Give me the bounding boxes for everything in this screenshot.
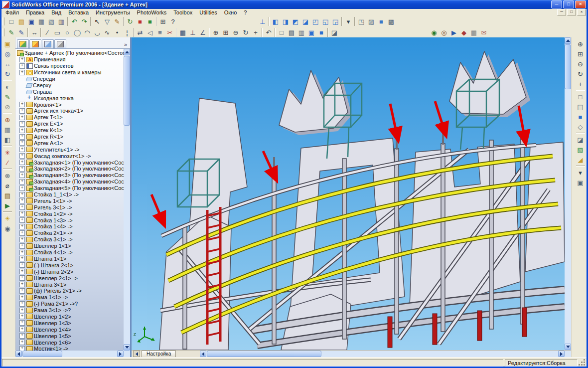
section-view-icon[interactable]: ◪ (329, 27, 339, 37)
tree-item[interactable]: +Артек исх точка<1> (15, 108, 124, 114)
menu-?[interactable]: ? (240, 9, 250, 15)
exploded-view-icon[interactable]: ✳ (2, 148, 13, 158)
menu-Utilities[interactable]: Utilities (196, 9, 220, 15)
expand-toggle[interactable]: + (19, 250, 25, 255)
zoom-to-area-icon[interactable]: ⊞ (575, 49, 586, 59)
tree-item[interactable]: +Стойка 3<1> -> (15, 236, 124, 243)
pan-view-icon[interactable]: + (575, 79, 586, 89)
zoom-fit-icon[interactable]: ⊕ (211, 27, 221, 37)
cosmos-icon[interactable]: ◆ (459, 27, 469, 37)
solidworks-logo-icon[interactable] (2, 1, 9, 8)
tree-item[interactable]: +Швеллер 1<3> (15, 320, 124, 326)
zoom-area-icon[interactable]: ⊞ (221, 27, 231, 37)
tree-item[interactable]: +Стойка 1<4> -> (15, 223, 124, 230)
tab-scroll-left-button[interactable] (133, 351, 140, 357)
motion-study-icon[interactable]: ▶ (449, 27, 459, 37)
shadows-icon[interactable]: ▩ (386, 16, 396, 26)
menu-Toolbox[interactable]: Toolbox (170, 9, 196, 15)
tree-item[interactable]: +Стойка 1<2> -> (15, 210, 124, 217)
expand-toggle[interactable]: + (19, 153, 25, 159)
move-component-icon[interactable]: ↔ (2, 59, 13, 69)
expand-toggle[interactable]: + (19, 346, 25, 351)
rebuild-icon[interactable]: ↻ (125, 16, 135, 26)
expand-toggle[interactable]: + (19, 108, 25, 114)
convert-entities-icon[interactable]: ⇄ (135, 27, 145, 37)
tree-item[interactable]: +Закладная<3> (По умолчанию<Состояние от… (15, 172, 124, 179)
expand-toggle[interactable]: + (19, 308, 25, 313)
viewport-vscroll-thumb[interactable] (565, 44, 571, 89)
document-restore-button[interactable]: □ (567, 9, 576, 15)
panel-overflow-button[interactable]: » (123, 41, 129, 48)
tree-item[interactable]: +Закладная<1> (По умолчанию<Состояние от… (15, 159, 124, 166)
offset-entities-icon[interactable]: ≡ (155, 27, 165, 37)
tree-hscroll-thumb[interactable] (22, 351, 62, 357)
expand-toggle[interactable]: + (19, 340, 25, 345)
shaded-display-icon[interactable]: ■ (316, 27, 326, 37)
expand-toggle[interactable]: + (19, 57, 25, 62)
spline-icon[interactable]: ∿ (102, 27, 112, 37)
expand-toggle[interactable]: + (19, 166, 25, 172)
tree-item[interactable]: +Закладная<4> (По умолчанию<Состояние от… (15, 179, 124, 185)
tree-item[interactable]: Исходная точка (15, 95, 124, 101)
viewport-hscroll-thumb[interactable] (207, 351, 321, 357)
insert-component-icon[interactable]: ▣ (2, 39, 13, 49)
edit-color-icon[interactable]: ■ (135, 16, 145, 26)
bottom-view-icon[interactable]: ◱ (320, 16, 330, 26)
viewport-hscroll-track[interactable] (206, 351, 558, 357)
expand-toggle[interactable]: + (19, 102, 25, 107)
tree-item[interactable]: +Источники света и камеры (15, 69, 124, 76)
tree-item[interactable]: +Стойка 1<3> -> (15, 217, 124, 223)
isometric-view-icon[interactable]: ◲ (330, 16, 340, 26)
mate-icon[interactable]: ◎ (2, 49, 13, 59)
expand-toggle[interactable]: + (19, 230, 25, 236)
hide-show-component-icon[interactable]: ◐ (2, 82, 13, 92)
tree-scroll-thumb[interactable] (124, 56, 130, 126)
expand-toggle[interactable]: + (19, 198, 25, 203)
tree-item[interactable]: +Артек Т<1> (15, 114, 124, 121)
expand-toggle[interactable]: + (19, 314, 25, 319)
expand-toggle[interactable]: + (19, 134, 25, 140)
normal-to-icon[interactable]: ⊥ (258, 16, 268, 26)
tree-item[interactable]: +Артек Е<1> (15, 121, 124, 127)
mirror-entities-icon[interactable]: ◁ (145, 27, 155, 37)
tangent-arc-icon[interactable]: ◡ (92, 27, 102, 37)
trim-entities-icon[interactable]: ✂ (165, 27, 175, 37)
expand-toggle[interactable]: + (19, 327, 25, 332)
tree-item[interactable]: +Ригель 1<1> -> (15, 197, 124, 204)
3d-sketch-icon[interactable]: ✎ (16, 27, 26, 37)
menu-PhotoWorks[interactable]: PhotoWorks (134, 9, 170, 15)
point-icon[interactable]: • (112, 27, 122, 37)
photoworks-preview-icon[interactable]: ◎ (439, 27, 449, 37)
expand-toggle[interactable]: + (19, 179, 25, 184)
zoom-in-out-icon[interactable]: ⊖ (575, 59, 586, 69)
tree-item[interactable]: +Швеллер 2<1> -> (15, 275, 124, 281)
tree-item[interactable]: +Стойка 1_1<1> -> (15, 191, 124, 198)
lighting-icon[interactable]: ☀ (2, 213, 13, 223)
select-icon[interactable]: ↖ (92, 16, 102, 26)
draft-analysis-icon[interactable]: ◢ (575, 155, 586, 165)
tree-vertical-scrollbar[interactable] (124, 49, 130, 351)
viewport-vscroll-track[interactable] (565, 44, 571, 344)
expand-toggle[interactable]: + (19, 237, 25, 242)
tree-item[interactable]: Справа (15, 88, 124, 95)
hidden-lines-visible-icon[interactable]: ▤ (287, 27, 296, 37)
tree-item[interactable]: +Фасад композит<1> -> (15, 153, 124, 159)
tree-item[interactable]: +Закладная<2> (По умолчанию<Состояние от… (15, 166, 124, 172)
menu-Инструменты[interactable]: Инструменты (92, 9, 134, 15)
expand-toggle[interactable]: + (19, 275, 25, 281)
tree-item[interactable]: +Примечания (15, 56, 124, 63)
tree-root-item[interactable]: Здание + Артек (По умолчанию<Состояние о… (15, 50, 124, 56)
tree-item[interactable]: +Связь проектов (15, 63, 124, 69)
left-view-icon[interactable]: ◩ (291, 16, 300, 26)
tree-item[interactable]: Спереди (15, 76, 124, 82)
menu-Окно[interactable]: Окно (221, 9, 241, 15)
undo-icon[interactable]: ↶ (69, 16, 79, 26)
tree-item[interactable]: +Артек А<1> (15, 140, 124, 146)
redo-icon[interactable]: ↷ (79, 16, 89, 26)
perspective-icon[interactable]: ◇ (575, 122, 586, 132)
tree-item[interactable]: +Стойка 2<1> -> (15, 230, 124, 236)
rotate-view-icon[interactable]: ↻ (575, 69, 586, 79)
tree-scroll-right-button[interactable] (117, 351, 124, 357)
tools-options-icon[interactable]: ⊞ (158, 16, 168, 26)
expand-toggle[interactable]: + (19, 211, 25, 216)
